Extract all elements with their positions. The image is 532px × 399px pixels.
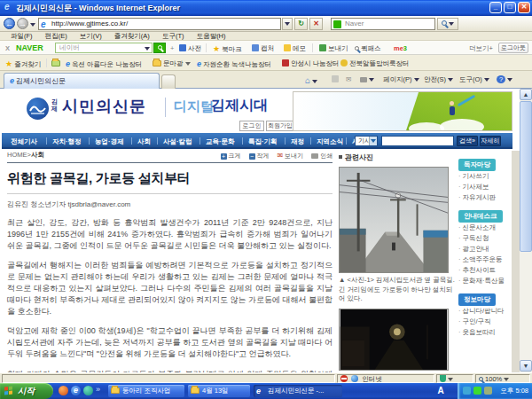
menu-tools[interactable]: 도구(T) bbox=[162, 32, 184, 40]
favorite-link-1[interactable]: e옥션 아름다운 나눔장터 bbox=[66, 59, 142, 69]
sidebar-link-write[interactable]: 기사쓰기 bbox=[458, 171, 512, 182]
forward-button[interactable]: → bbox=[17, 18, 28, 29]
naver-search-button[interactable] bbox=[153, 43, 166, 53]
home-button[interactable]: ⌂ bbox=[305, 75, 317, 85]
nav-culture[interactable]: 교육·문화 bbox=[206, 137, 235, 146]
taskbar-task-browser[interactable]: e김제시민의신문 -... bbox=[254, 385, 342, 397]
menu-favorites[interactable]: 즐겨찾기(A) bbox=[114, 32, 150, 40]
tab-active[interactable]: e김제시민의신문 bbox=[4, 73, 160, 89]
sidebar-link-about[interactable]: 신문사소개 bbox=[458, 223, 512, 233]
quicklaunch-messenger-icon[interactable] bbox=[83, 386, 93, 395]
new-tab-button[interactable] bbox=[161, 74, 176, 89]
tools-menu[interactable]: 도구(O) bbox=[459, 75, 489, 84]
taskbar-task-folder-1[interactable]: 동아리 조직사업 bbox=[108, 385, 184, 397]
font-bigger-button[interactable]: + 크게 bbox=[221, 153, 241, 159]
search-category-select[interactable]: 기사 bbox=[355, 136, 378, 146]
nav-local[interactable]: 지역소식 bbox=[317, 137, 343, 146]
menu-edit[interactable]: 편집(E) bbox=[45, 32, 67, 40]
sidebar-link-subscribe[interactable]: 구독신청 bbox=[458, 233, 512, 244]
print-article-button[interactable]: 인쇄 bbox=[311, 153, 332, 159]
join-button[interactable]: 회원가입 bbox=[266, 121, 294, 131]
site-name[interactable]: 시민의신문 bbox=[62, 96, 146, 117]
address-dropdown-button[interactable] bbox=[282, 18, 293, 30]
breadcrumb-home[interactable]: HOME bbox=[7, 151, 27, 159]
read-mail-button[interactable]: ✉ bbox=[346, 75, 351, 83]
naver-search-combo[interactable]: 네이버 bbox=[55, 43, 153, 53]
send-article-button[interactable]: ✉ 보내기 bbox=[277, 153, 303, 159]
page-menu[interactable]: 페이지(P) bbox=[383, 75, 419, 84]
related-photo-night[interactable] bbox=[339, 309, 449, 371]
print-button[interactable] bbox=[360, 75, 374, 83]
login-button[interactable]: 로그인 bbox=[239, 121, 264, 131]
site-logo-icon[interactable] bbox=[27, 98, 49, 120]
article-search-input[interactable] bbox=[381, 136, 454, 146]
back-button[interactable]: ← bbox=[4, 18, 15, 29]
nav-society[interactable]: 사회 bbox=[137, 137, 151, 146]
scroll-down-button[interactable]: ▼ bbox=[520, 360, 532, 372]
toolbar-memo[interactable]: 메모 bbox=[284, 44, 306, 53]
sidebar-link-shareholder[interactable]: 소액주주운동 bbox=[458, 254, 512, 265]
browser-search-box[interactable]: Naver bbox=[331, 18, 435, 30]
feeds-button[interactable] bbox=[332, 75, 340, 83]
favorite-link-3[interactable]: 안성시 나눔장터 bbox=[282, 59, 340, 68]
tray-icon-3[interactable] bbox=[484, 387, 492, 395]
sidebar-link-ads[interactable]: 광고안내 bbox=[458, 244, 512, 254]
breadcrumb-section[interactable]: 사회 bbox=[31, 151, 44, 159]
toolbar-bookmark[interactable]: ★ 북마크 bbox=[213, 44, 242, 54]
tray-icon-2[interactable] bbox=[473, 387, 481, 395]
nav-special[interactable]: 특집·기획 bbox=[248, 137, 278, 146]
search-go-button[interactable] bbox=[437, 18, 458, 30]
sidebar-link-heritage[interactable]: 문화재·특산물 bbox=[458, 276, 512, 286]
minimize-button[interactable]: _ bbox=[489, 2, 502, 13]
sidebar-link-board[interactable]: 자유게시판 bbox=[458, 192, 512, 203]
toolbar-capture[interactable]: 캡처 bbox=[252, 44, 274, 53]
add-favorite-icon[interactable] bbox=[51, 59, 62, 67]
sidebar-link-jobs[interactable]: 구인/구직 bbox=[458, 317, 512, 327]
toolbar-quickpass[interactable]: 퀵패스 bbox=[355, 44, 381, 53]
quicklaunch-ie-icon[interactable]: e bbox=[71, 386, 81, 395]
sidebar-link-humor[interactable]: 웃음보따리 bbox=[458, 327, 512, 338]
favorite-link-4[interactable]: 전북알뜰맘벼룩장터 bbox=[340, 59, 410, 68]
stop-button[interactable]: ✕ bbox=[309, 18, 323, 30]
quicklaunch-firefox-icon[interactable] bbox=[59, 386, 68, 395]
favorite-folder[interactable]: 문마광 bbox=[153, 59, 191, 68]
nav-finance[interactable]: 재정 bbox=[291, 137, 304, 146]
font-smaller-button[interactable]: − 작게 bbox=[249, 153, 270, 159]
naver-logo[interactable]: NAVER bbox=[16, 43, 43, 52]
status-zoom-control[interactable]: 100% bbox=[475, 374, 530, 383]
taskbar-task-folder-2[interactable]: 4월 13일 bbox=[188, 385, 250, 397]
sidebar-link-report[interactable]: 기사제보 bbox=[458, 182, 512, 192]
article-search-button[interactable]: 검색» bbox=[457, 136, 478, 146]
menu-help[interactable]: 도움말(H) bbox=[197, 32, 226, 40]
close-button[interactable]: ✕ bbox=[518, 2, 530, 13]
menu-file[interactable]: 파일(F) bbox=[11, 32, 33, 40]
nav-all[interactable]: 전체기사 bbox=[11, 137, 37, 146]
status-filter-panel[interactable] bbox=[436, 374, 473, 383]
nav-editorial[interactable]: 사설·칼럼 bbox=[163, 137, 192, 146]
favorite-link-2[interactable]: e자원순환 녹색나눔장터 bbox=[197, 59, 271, 69]
toolbar-more[interactable]: 더보기+ bbox=[469, 44, 493, 53]
address-field[interactable]: e http://www.gjtimes.co.kr/ bbox=[38, 18, 281, 30]
sidebar-link-buysell[interactable]: 삽니다/팝니다 bbox=[458, 306, 512, 317]
sidebar-link-sites[interactable]: 추천사이트 bbox=[458, 265, 512, 276]
detail-search-button[interactable]: 자세히 bbox=[480, 136, 501, 146]
safety-menu[interactable]: 안전(S) bbox=[424, 75, 453, 84]
menu-view[interactable]: 보기(V) bbox=[80, 32, 102, 40]
favorites-button[interactable]: ★ 즐겨찾기 bbox=[5, 59, 41, 69]
logout-button[interactable]: 로그아웃 bbox=[498, 43, 528, 53]
nav-gov[interactable]: 자치·행정 bbox=[52, 137, 82, 146]
nav-agri[interactable]: 농업·경제 bbox=[95, 137, 124, 146]
toolbar-close-button[interactable]: X bbox=[5, 44, 10, 52]
history-dropdown-icon[interactable] bbox=[30, 23, 35, 27]
toolbar-send[interactable]: 보내기 bbox=[319, 44, 348, 53]
vertical-scrollbar[interactable]: ▲ ▼ bbox=[520, 89, 532, 372]
tray-icon-1[interactable] bbox=[463, 387, 471, 395]
scroll-up-button[interactable]: ▲ bbox=[520, 89, 532, 100]
help-menu[interactable]: ? bbox=[497, 75, 512, 83]
start-button[interactable]: 시작 bbox=[0, 383, 53, 399]
toolbar-me[interactable]: me3 bbox=[394, 44, 407, 52]
refresh-button[interactable]: ↻ bbox=[294, 18, 308, 30]
toolbar-add-icon[interactable]: + bbox=[170, 44, 174, 52]
related-photo-day[interactable] bbox=[339, 167, 449, 273]
toolbar-dictionary[interactable]: 사전 bbox=[179, 44, 201, 53]
